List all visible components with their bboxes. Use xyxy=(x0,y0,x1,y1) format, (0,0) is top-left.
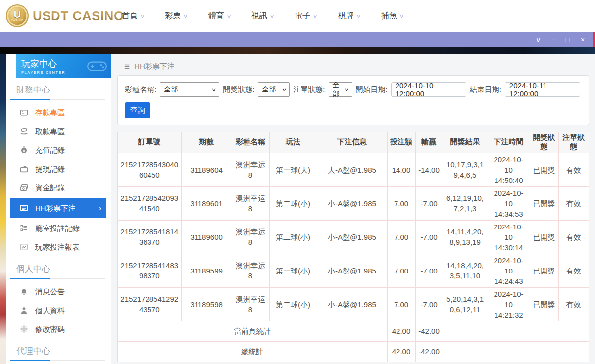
sidebar-item-announcements[interactable]: 消息公告 xyxy=(6,282,111,301)
sidebar-item-change-password[interactable]: 修改密碼 xyxy=(6,320,111,339)
hamburger-icon[interactable]: ≡ xyxy=(124,62,130,71)
table-cell: 2024-10-10 14:50:40 xyxy=(488,153,530,186)
summary-label: 當前頁統計 xyxy=(118,321,387,341)
nav-item-fishing[interactable]: 捕魚∨ xyxy=(381,11,403,21)
lottery-name-label: 彩種名稱: xyxy=(125,85,156,94)
background-art-band xyxy=(0,47,595,54)
table-header-cell: 下注信息 xyxy=(317,132,387,153)
chart-report-icon xyxy=(20,243,29,252)
sidebar-section-agent-center: 代理中心 xyxy=(6,339,111,360)
bets-table: 訂單號期數彩種名稱玩法下注信息投注額輸贏開獎結果下注時間開獎狀態注單狀態 215… xyxy=(117,132,589,362)
sidebar-item-withdraw-zone[interactable]: 取款專區 xyxy=(6,122,111,141)
nav-item-label: 首頁 xyxy=(122,11,138,21)
sidebar-item-deposit-zone[interactable]: 存款專區 xyxy=(6,103,111,122)
chevron-down-icon: ∨ xyxy=(140,13,145,19)
table-cell: -7.00 xyxy=(415,254,443,287)
table-header-row: 訂單號期數彩種名稱玩法下注信息投注額輸贏開獎結果下注時間開獎狀態注單狀態 xyxy=(118,132,589,153)
sidebar-item-recharge-record[interactable]: 充值記錄 xyxy=(6,141,111,160)
table-cell: 31189598 xyxy=(181,287,232,321)
nav-item-home[interactable]: 首頁∨ xyxy=(122,11,144,21)
sidebar-item-hh-lottery-bets[interactable]: HH彩票下注› xyxy=(10,198,106,218)
sidebar-item-withdrawal-record[interactable]: 提現記錄 xyxy=(6,160,111,179)
logo-caption: CASINO xyxy=(11,19,23,22)
select-value: 全部 xyxy=(164,85,178,94)
nav-item-video[interactable]: 視訊∨ xyxy=(251,11,274,21)
nav-item-lottery[interactable]: 彩票∨ xyxy=(165,11,187,21)
sidebar-item-label: 修改密碼 xyxy=(35,325,65,334)
nav-item-electronic[interactable]: 電子∨ xyxy=(295,11,317,21)
brand-logo-icon: U CASINO xyxy=(6,4,29,27)
start-date-label: 開始日期: xyxy=(356,85,388,94)
page-title: HH彩票下注 xyxy=(134,62,175,71)
table-cell: 第二球(小) xyxy=(269,287,317,321)
sidebar-section-finance-center: 財務中心 xyxy=(6,78,111,99)
summary-winloss-total: -42.00 xyxy=(415,341,443,362)
window-minimize-icon[interactable]: − xyxy=(545,36,560,44)
sidebar-item-profile[interactable]: 個人資料 xyxy=(6,301,111,320)
table-cell: 2152172854148398370 xyxy=(118,254,181,287)
table-header-cell: 玩法 xyxy=(269,132,317,153)
person-icon xyxy=(20,306,29,315)
table-cell: 澳洲幸运8 xyxy=(232,220,269,254)
main-nav: 首頁∨彩票∨體育∨視訊∨電子∨棋牌∨捕魚∨ xyxy=(122,11,403,21)
table-cell: 小-A盤@1.985 xyxy=(317,220,387,254)
table-cell: 14.00 xyxy=(387,153,415,186)
chevron-down-icon: ∨ xyxy=(344,87,349,92)
nav-item-label: 彩票 xyxy=(165,11,181,21)
table-cell: 小-A盤@1.985 xyxy=(317,186,387,220)
sidebar-item-room-bet-record[interactable]: 廳室投註記錄 xyxy=(6,219,111,238)
sidebar-item-player-bet-report[interactable]: 玩家投注報表 xyxy=(6,238,111,257)
draw-status-label: 開獎狀態: xyxy=(223,85,254,94)
sidebar-item-label: 廳室投註記錄 xyxy=(35,224,80,233)
table-cell: -7.00 xyxy=(415,287,443,321)
table-cell: 第二球(小) xyxy=(269,186,317,220)
sidebar-item-label: 存款專區 xyxy=(35,108,65,118)
table-cell: 有效 xyxy=(558,220,589,254)
table-header-cell: 下注時間 xyxy=(488,132,530,153)
table-cell: 已開獎 xyxy=(530,153,558,186)
table-cell: 2152172854181436370 xyxy=(118,220,181,254)
lottery-name-select[interactable]: 全部 ∨ xyxy=(160,82,219,97)
nav-item-sports[interactable]: 體育∨ xyxy=(208,11,231,21)
table-cell: 2152172854304060450 xyxy=(118,153,181,186)
table-cell: 有效 xyxy=(558,287,589,321)
window-close-icon[interactable]: × xyxy=(575,36,590,44)
sidebar-item-label: 玩家投注報表 xyxy=(35,243,80,252)
window-maximize-icon[interactable]: □ xyxy=(560,36,575,44)
query-button[interactable]: 查詢 xyxy=(125,102,150,118)
table-header-cell: 期數 xyxy=(181,132,232,153)
summary-bet-total: 42.00 xyxy=(387,321,415,341)
section-underline xyxy=(10,278,105,279)
table-cell: 7.00 xyxy=(387,287,415,321)
order-status-select[interactable]: 全部 ∨ xyxy=(329,82,352,97)
table-cell: 2152172854209341540 xyxy=(118,186,181,220)
table-cell: 有效 xyxy=(558,153,589,186)
end-date-input[interactable]: 2024-10-11 12:00:00 xyxy=(505,82,580,97)
table-cell: 澳洲幸运8 xyxy=(232,153,269,186)
table-header-cell: 開獎結果 xyxy=(443,132,488,153)
chevron-down-icon: ∨ xyxy=(399,13,404,19)
table-header-cell: 投注額 xyxy=(387,132,415,153)
sidebar-item-label: 消息公告 xyxy=(35,287,65,297)
sidebar-item-label: 提現記錄 xyxy=(35,165,65,174)
workspace: 玩家中心 PLAYERS CENTER 財務中心存款專區取款專區充值記錄提現記錄… xyxy=(0,54,595,364)
select-value: 全部 xyxy=(333,81,342,98)
table-cell: 澳洲幸运8 xyxy=(232,186,269,220)
input-value: 2024-10-11 12:00:00 xyxy=(509,81,576,98)
sidebar-item-funds-record[interactable]: 資金記錄 xyxy=(6,179,111,197)
table-row: 215217285418143637031189600澳洲幸运8第二球(小)小-… xyxy=(118,220,589,254)
draw-status-select[interactable]: 全部 ∨ xyxy=(258,82,290,97)
summary-row: 總統計42.00-42.00 xyxy=(118,341,589,362)
start-date-input[interactable]: 2024-10-10 12:00:00 xyxy=(391,82,466,97)
table-cell: 6,12,19,10,7,2,1,3 xyxy=(443,186,488,220)
window-collapse-icon[interactable]: ∨ xyxy=(531,36,545,44)
brand-logo[interactable]: U CASINO USDT CASINO xyxy=(6,4,118,27)
nav-item-chess[interactable]: 棋牌∨ xyxy=(338,11,360,21)
nav-item-label: 體育 xyxy=(208,11,224,21)
bell-icon xyxy=(20,287,29,296)
close-highlight-strip xyxy=(593,32,595,47)
recharge-bag-icon xyxy=(20,146,29,155)
brand-name: USDT CASINO xyxy=(33,8,124,24)
table-header-cell: 彩種名稱 xyxy=(232,132,269,153)
summary-winloss-total: -42.00 xyxy=(415,321,443,341)
